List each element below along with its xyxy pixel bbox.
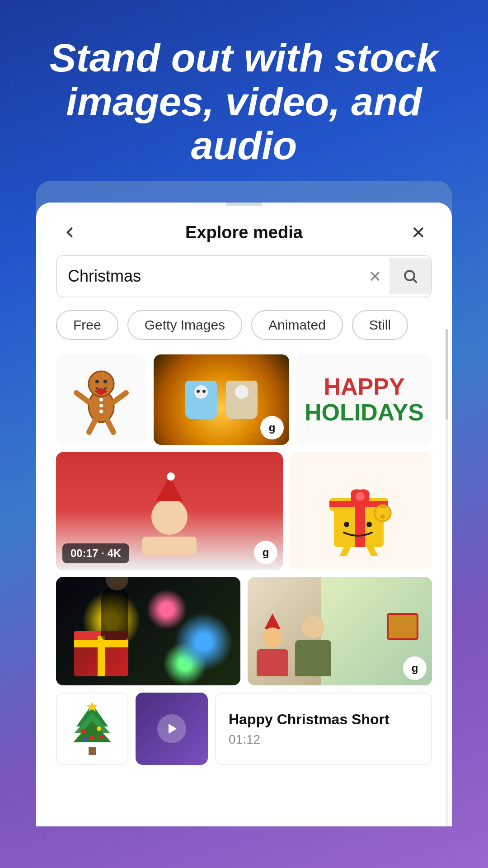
filter-chip-free[interactable]: Free xyxy=(56,310,118,340)
svg-point-9 xyxy=(103,380,107,383)
search-clear-button[interactable] xyxy=(361,269,389,283)
media-item-child-bokeh[interactable] xyxy=(56,577,240,685)
media-item-baby-santa[interactable]: 00:17 · 4K g xyxy=(56,452,283,570)
media-item-grandma[interactable]: g xyxy=(248,577,432,685)
svg-point-23 xyxy=(356,492,365,501)
audio-duration: 01:12 xyxy=(229,732,418,747)
back-button[interactable] xyxy=(56,219,83,246)
filter-chip-getty[interactable]: Getty Images xyxy=(127,310,242,340)
svg-rect-30 xyxy=(379,505,386,508)
play-icon xyxy=(157,714,186,743)
sheet-title: Explore media xyxy=(185,223,303,242)
svg-point-40 xyxy=(99,735,103,739)
filter-chip-animated[interactable]: Animated xyxy=(251,310,343,340)
svg-point-38 xyxy=(90,736,94,740)
svg-rect-31 xyxy=(89,747,96,755)
filter-chips: Free Getty Images Animated Still xyxy=(36,310,452,354)
search-submit-button[interactable] xyxy=(389,258,431,294)
svg-line-16 xyxy=(107,420,113,432)
media-item-happy-holidays[interactable]: HAPPY HOLIDAYS xyxy=(296,354,432,445)
svg-point-37 xyxy=(97,726,101,731)
svg-line-5 xyxy=(413,279,417,283)
svg-line-27 xyxy=(370,547,375,556)
svg-line-15 xyxy=(89,420,95,432)
gift-box-icon xyxy=(325,466,397,556)
svg-line-26 xyxy=(343,547,347,556)
media-row-1: g HAPPY HOLIDAYS xyxy=(56,354,432,445)
getty-badge-grandma: g xyxy=(403,656,427,680)
audio-play-button[interactable] xyxy=(136,693,208,765)
media-item-gift-box[interactable] xyxy=(290,452,432,570)
svg-point-12 xyxy=(99,410,103,413)
scrollbar-track xyxy=(446,329,448,826)
svg-line-13 xyxy=(76,393,89,402)
audio-title: Happy Christmas Short xyxy=(229,711,418,728)
svg-point-36 xyxy=(81,729,85,733)
getty-badge-cocoa: g xyxy=(260,416,284,439)
search-bar xyxy=(56,255,432,297)
svg-marker-41 xyxy=(169,724,177,734)
explore-media-sheet: Explore media Free Getty Images Animated… xyxy=(36,203,452,826)
filter-chip-still[interactable]: Still xyxy=(352,310,408,340)
christmas-tree-icon xyxy=(70,702,115,756)
media-row-4: Happy Christmas Short 01:12 xyxy=(56,693,432,765)
gingerbread-icon xyxy=(72,363,131,436)
audio-info-panel[interactable]: Happy Christmas Short 01:12 xyxy=(215,693,432,765)
media-row-2: 00:17 · 4K g xyxy=(56,452,432,570)
hero-headline: Stand out with stock images, video, and … xyxy=(0,0,488,194)
sheet-drag-handle[interactable] xyxy=(226,203,262,206)
audio-thumb-tree[interactable] xyxy=(56,693,128,765)
svg-point-29 xyxy=(380,514,385,519)
svg-point-8 xyxy=(95,380,99,383)
svg-point-25 xyxy=(366,522,372,527)
media-item-cocoa[interactable]: g xyxy=(154,354,289,445)
video-duration-badge: 00:17 · 4K xyxy=(62,543,129,563)
svg-line-14 xyxy=(114,393,126,402)
scrollbar-thumb[interactable] xyxy=(446,329,448,420)
media-item-gingerbread[interactable] xyxy=(56,354,146,445)
svg-point-24 xyxy=(344,522,349,527)
search-input[interactable] xyxy=(57,256,361,297)
media-grid: g HAPPY HOLIDAYS xyxy=(36,354,452,765)
svg-point-10 xyxy=(99,398,103,401)
sheet-header: Explore media xyxy=(36,206,452,255)
svg-point-11 xyxy=(99,404,103,407)
media-row-3: g xyxy=(56,577,432,685)
close-button[interactable] xyxy=(405,219,432,246)
svg-point-39 xyxy=(84,737,87,741)
